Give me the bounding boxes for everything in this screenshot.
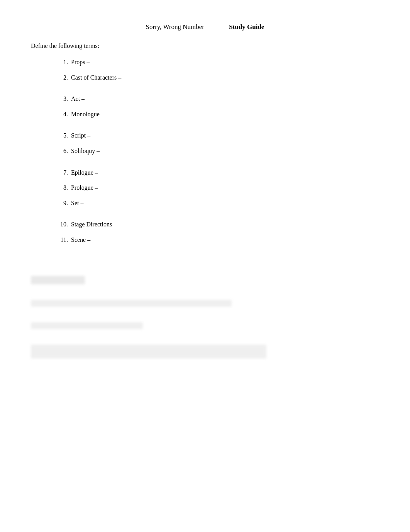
- term-item-2: 2.Cast of Characters –: [54, 73, 379, 83]
- blurred-block-2: [31, 300, 379, 307]
- term-item-1: 1.Props –: [54, 57, 379, 67]
- header-title: Sorry, Wrong Number: [146, 23, 204, 31]
- term-num-10: 10.: [54, 219, 68, 229]
- header: Sorry, Wrong Number Study Guide: [31, 23, 379, 31]
- term-num-3: 3.: [54, 94, 68, 104]
- term-text-4: Monologue –: [71, 109, 104, 119]
- term-text-9: Set –: [71, 198, 83, 208]
- term-item-6: 6.Soliloquy –: [54, 146, 379, 156]
- term-text-2: Cast of Characters –: [71, 73, 121, 83]
- term-item-11: 11.Scene –: [54, 235, 379, 245]
- term-text-3: Act –: [71, 94, 85, 104]
- term-num-5: 5.: [54, 131, 68, 141]
- term-item-5: 5.Script –: [54, 131, 379, 141]
- header-subtitle: Study Guide: [229, 23, 264, 31]
- term-item-7: 7.Epilogue –: [54, 168, 379, 178]
- term-num-6: 6.: [54, 146, 68, 156]
- blurred-block-3: [31, 322, 379, 329]
- blurred-section: [31, 276, 379, 359]
- term-text-5: Script –: [71, 131, 90, 141]
- term-num-9: 9.: [54, 198, 68, 208]
- page: Sorry, Wrong Number Study Guide Define t…: [0, 0, 410, 532]
- term-num-7: 7.: [54, 168, 68, 178]
- blurred-block-4: [31, 345, 379, 359]
- term-item-3: 3.Act –: [54, 94, 379, 104]
- term-num-4: 4.: [54, 109, 68, 119]
- term-text-1: Props –: [71, 57, 90, 67]
- blurred-line-3: [31, 322, 143, 329]
- term-text-8: Prologue –: [71, 183, 98, 193]
- term-item-10: 10.Stage Directions –: [54, 219, 379, 229]
- blurred-block-1: [31, 276, 379, 284]
- term-text-7: Epilogue –: [71, 168, 98, 178]
- term-item-4: 4.Monologue –: [54, 109, 379, 119]
- term-text-6: Soliloquy –: [71, 146, 100, 156]
- terms-list: 1.Props –2.Cast of Characters –3.Act –4.…: [54, 57, 379, 245]
- blurred-line-4: [31, 345, 266, 359]
- term-text-10: Stage Directions –: [71, 219, 117, 229]
- term-num-1: 1.: [54, 57, 68, 67]
- term-item-8: 8.Prologue –: [54, 183, 379, 193]
- blurred-title-1: [31, 276, 85, 284]
- term-num-2: 2.: [54, 73, 68, 83]
- blurred-line-2: [31, 300, 232, 307]
- term-text-11: Scene –: [71, 235, 90, 245]
- term-num-8: 8.: [54, 183, 68, 193]
- term-num-11: 11.: [54, 235, 68, 245]
- term-item-9: 9.Set –: [54, 198, 379, 208]
- intro-text: Define the following terms:: [31, 42, 379, 49]
